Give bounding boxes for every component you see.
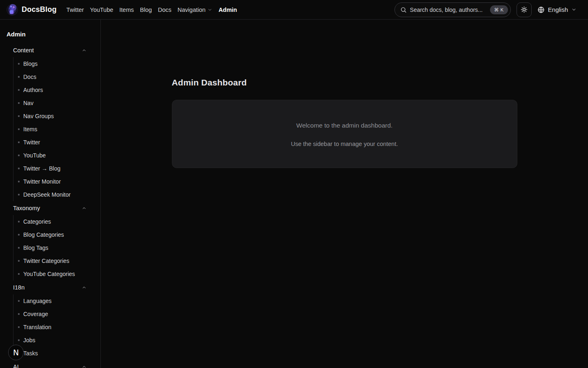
bullet-icon	[18, 63, 20, 65]
sidebar-item-items[interactable]: Items	[13, 123, 100, 136]
bullet-icon	[18, 89, 20, 91]
section-label: Taxonomy	[13, 205, 40, 211]
sidebar-item-label: Tasks	[23, 350, 38, 357]
language-switcher[interactable]: English	[537, 6, 577, 13]
bullet-icon	[18, 247, 20, 249]
sidebar-section-header-content[interactable]: Content	[0, 43, 100, 57]
chevron-up-icon[interactable]	[82, 206, 87, 211]
sidebar-item-authors[interactable]: Authors	[13, 83, 100, 96]
sidebar-item-label: Categories	[23, 218, 51, 225]
bullet-icon	[18, 155, 20, 156]
sidebar-item-categories[interactable]: Categories	[13, 215, 100, 228]
sidebar-item-label: YouTube Categories	[23, 271, 75, 277]
sidebar-item-label: Coverage	[23, 311, 48, 317]
search-shortcut-badge: ⌘ K	[490, 5, 508, 14]
sidebar-item-twitter-monitor[interactable]: Twitter Monitor	[13, 175, 100, 188]
sidebar-item-label: Blog Categories	[23, 231, 64, 238]
bullet-icon	[18, 326, 20, 328]
sidebar-item-blog-tags[interactable]: Blog Tags	[13, 241, 100, 254]
sidebar-item-coverage[interactable]: Coverage	[13, 307, 100, 321]
bullet-icon	[18, 194, 20, 195]
bullet-icon	[18, 181, 20, 182]
sidebar-item-label: DeepSeek Monitor	[23, 191, 71, 198]
page-title: Admin Dashboard	[172, 77, 517, 88]
sidebar-section-header-i18n[interactable]: I18n	[0, 280, 100, 294]
chevron-up-icon[interactable]	[82, 48, 87, 53]
sidebar-item-label: Jobs	[23, 337, 36, 343]
bullet-icon	[18, 300, 20, 302]
sidebar-item-label: YouTube	[23, 152, 46, 159]
sidebar-section-taxonomy: TaxonomyCategoriesBlog CategoriesBlog Ta…	[0, 201, 100, 280]
sidebar-title: Admin	[0, 30, 100, 38]
sidebar-item-twitter-blog[interactable]: Twitter → Blog	[13, 162, 100, 175]
nav-link-twitter[interactable]: Twitter	[67, 7, 84, 13]
sidebar-item-deepseek-monitor[interactable]: DeepSeek Monitor	[13, 188, 100, 201]
bullet-icon	[18, 128, 20, 130]
sidebar-item-label: Nav	[23, 100, 33, 106]
chevron-up-icon[interactable]	[82, 285, 87, 290]
chevron-down-icon	[207, 7, 212, 12]
sidebar-item-label: Translation	[23, 324, 51, 330]
top-navbar: DocsBlog TwitterYouTubeItemsBlogDocsNavi…	[0, 0, 588, 20]
bullet-icon	[18, 76, 20, 78]
sidebar-item-label: Blogs	[23, 61, 38, 67]
sidebar-item-blogs[interactable]: Blogs	[13, 57, 100, 70]
bullet-icon	[18, 102, 20, 104]
chevron-up-icon[interactable]	[82, 364, 87, 368]
bullet-icon	[18, 115, 20, 117]
admin-sidebar: Admin ContentBlogsDocsAuthorsNavNav Grou…	[0, 20, 101, 368]
sidebar-item-youtube[interactable]: YouTube	[13, 149, 100, 162]
nav-link-blog[interactable]: Blog	[140, 7, 152, 13]
navbar-right: ⌘ K English	[394, 2, 577, 17]
bullet-icon	[18, 141, 20, 143]
sidebar-item-twitter[interactable]: Twitter	[13, 136, 100, 149]
theme-toggle-button[interactable]	[517, 2, 532, 17]
sidebar-section-header-ai[interactable]: AI	[0, 360, 100, 368]
bullet-icon	[18, 221, 20, 222]
sidebar-item-nav[interactable]: Nav	[13, 96, 100, 110]
sidebar-item-nav-groups[interactable]: Nav Groups	[13, 110, 100, 123]
nextjs-dev-badge[interactable]: N	[8, 345, 24, 360]
search-input[interactable]	[410, 7, 487, 13]
chevron-down-icon	[571, 7, 577, 12]
welcome-hint: Use the sidebar to manage your content.	[291, 140, 398, 148]
language-label: English	[548, 6, 568, 13]
navbar-links: TwitterYouTubeItemsBlogDocsNavigationAdm…	[67, 7, 237, 13]
sidebar-item-label: Twitter Categories	[23, 258, 69, 264]
sidebar-item-docs[interactable]: Docs	[13, 70, 100, 83]
sidebar-item-label: Nav Groups	[23, 113, 54, 119]
sidebar-item-jobs[interactable]: Jobs	[13, 334, 100, 347]
sidebar-item-label: Twitter Monitor	[23, 178, 61, 185]
nav-link-items[interactable]: Items	[119, 7, 134, 13]
nav-link-navigation[interactable]: Navigation	[178, 7, 213, 13]
section-label: AI	[13, 364, 19, 368]
welcome-message: Welcome to the admin dashboard.	[296, 121, 393, 130]
bullet-icon	[18, 234, 20, 236]
sidebar-item-label: Twitter → Blog	[23, 165, 60, 172]
sidebar-item-label: Items	[23, 126, 37, 132]
sidebar-item-blog-categories[interactable]: Blog Categories	[13, 228, 100, 241]
brand[interactable]: DocsBlog	[7, 4, 57, 16]
sidebar-item-tasks[interactable]: Tasks	[13, 347, 100, 360]
search-box[interactable]: ⌘ K	[394, 2, 511, 17]
search-icon	[400, 7, 407, 13]
section-items: CategoriesBlog CategoriesBlog TagsTwitte…	[13, 215, 100, 280]
sidebar-section-header-taxonomy[interactable]: Taxonomy	[0, 201, 100, 215]
sidebar-item-translation[interactable]: Translation	[13, 321, 100, 334]
brand-name: DocsBlog	[22, 5, 57, 14]
section-items: BlogsDocsAuthorsNavNav GroupsItemsTwitte…	[13, 57, 100, 201]
sidebar-item-label: Languages	[23, 298, 51, 304]
sidebar-item-label: Authors	[23, 87, 43, 93]
main-content: Admin Dashboard Welcome to the admin das…	[101, 20, 588, 368]
sidebar-item-twitter-categories[interactable]: Twitter Categories	[13, 254, 100, 267]
sidebar-item-youtube-categories[interactable]: YouTube Categories	[13, 267, 100, 280]
bullet-icon	[18, 313, 20, 315]
sidebar-item-languages[interactable]: Languages	[13, 294, 100, 307]
bullet-icon	[18, 339, 20, 341]
nav-link-docs[interactable]: Docs	[158, 7, 172, 13]
nav-link-admin[interactable]: Admin	[218, 7, 237, 13]
section-label: Content	[13, 47, 34, 54]
nav-link-youtube[interactable]: YouTube	[90, 7, 113, 13]
bullet-icon	[18, 168, 20, 169]
section-label: I18n	[13, 284, 24, 291]
